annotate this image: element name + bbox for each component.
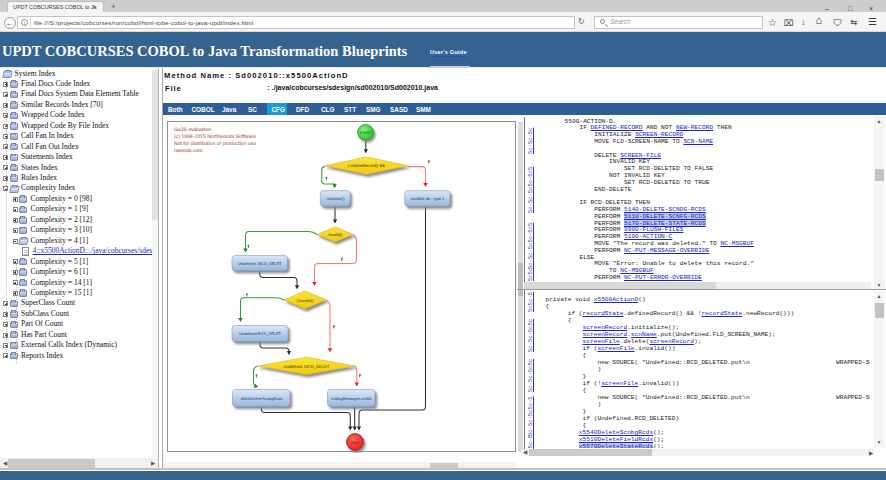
svg-text:END: END — [351, 441, 359, 445]
svg-text:Not for distribution or produc: Not for distribution or production use — [174, 141, 256, 147]
svg-text:START: START — [360, 131, 372, 135]
svg-text:(c) 1998-2015 Northwoods Softw: (c) 1998-2015 Northwoods Software — [174, 134, 256, 140]
svg-text:..Initialize();: ..Initialize(); — [325, 196, 345, 201]
svg-text:(.IsNewRecord() &&: (.IsNewRecord() && — [348, 163, 385, 168]
svg-text:(.Invalid(): (.Invalid() — [297, 298, 314, 303]
svg-text:.Invalid(): .Invalid() — [327, 232, 343, 237]
svg-text:Undefined .MCD_DELET: Undefined .MCD_DELET — [238, 261, 282, 266]
svg-text:x5540DeleteScnbgRcds: x5540DeleteScnbgRcds — [240, 396, 282, 401]
svg-text:ncMsgMessages.ncWs: ncMsgMessages.ncWs — [331, 396, 371, 401]
svg-text:GoJS evaluation: GoJS evaluation — [174, 127, 212, 133]
svg-text:Undefined .MCD_DELET: Undefined .MCD_DELET — [283, 364, 329, 369]
svg-text:variable ab : type 1: variable ab : type 1 — [410, 196, 445, 201]
svg-text:nwoods.com: nwoods.com — [174, 148, 203, 154]
svg-text:Undefined.RCD_DELET: Undefined.RCD_DELET — [239, 331, 282, 336]
